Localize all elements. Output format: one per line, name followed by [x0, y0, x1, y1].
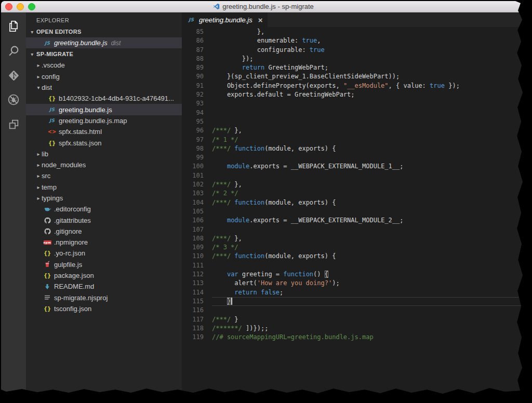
vscode-window: greeting.bundle.js - sp-migrate EXPLORER…	[1, 1, 526, 397]
line-number: 96	[182, 126, 204, 135]
code-line[interactable]: 111	[182, 261, 526, 270]
code-line[interactable]: 106 module.exports = __WEBPACK_EXTERNAL_…	[182, 216, 526, 225]
line-content[interactable]: module.exports = __WEBPACK_EXTERNAL_MODU…	[212, 163, 403, 170]
tree-item[interactable]: {}tsconfig.json	[26, 303, 182, 314]
tree-item-label: .gitignore	[54, 227, 82, 235]
code-line[interactable]: 107	[182, 225, 526, 234]
line-content[interactable]: var greeting = function() {	[212, 271, 328, 278]
line-content[interactable]: /******/ ])});;	[212, 325, 268, 332]
tree-item[interactable]: ▸typings	[26, 193, 182, 204]
tree-item[interactable]: JSgreeting.bundle.js.map	[26, 115, 182, 126]
line-content[interactable]: /***/ },	[212, 181, 242, 188]
code-line[interactable]: 109/* 3 */	[182, 243, 526, 252]
code-line[interactable]: 86 enumerable: true,	[182, 36, 526, 45]
line-content[interactable]: }	[212, 298, 232, 305]
code-line[interactable]: 110/***/ function(module, exports) {	[182, 252, 526, 261]
line-content[interactable]: return false;	[212, 289, 283, 296]
code-line[interactable]: 119//# sourceMappingURL=greeting.bundle.…	[182, 333, 526, 342]
line-content[interactable]: alert('How are you doing?');	[212, 279, 340, 287]
code-line[interactable]: 95	[182, 117, 526, 126]
open-editors-header[interactable]: ▾OPEN EDITORS	[26, 26, 182, 37]
folder-section-header[interactable]: ▾SP-MIGRATE	[26, 48, 182, 60]
code-line[interactable]: 100 module.exports = __WEBPACK_EXTERNAL_…	[182, 162, 526, 171]
line-content[interactable]: return GreetingWebPart;	[212, 64, 328, 71]
code-line[interactable]: 115 }	[182, 297, 526, 306]
line-content[interactable]: /***/ function(module, exports) {	[212, 145, 336, 152]
tree-item[interactable]: JSgreeting.bundle.js	[26, 104, 182, 115]
code-line[interactable]: 94	[182, 109, 526, 117]
line-content[interactable]: /***/ function(module, exports) {	[212, 199, 336, 206]
code-line[interactable]: 99	[182, 153, 526, 162]
tree-item[interactable]: sp-migrate.njsproj	[26, 292, 182, 303]
code-line[interactable]: 116	[182, 306, 526, 315]
code-line[interactable]: 93	[182, 99, 526, 108]
tree-item[interactable]: .editorconfig	[26, 204, 182, 214]
tree-item[interactable]: README.md	[26, 281, 182, 292]
code-line[interactable]: 98/***/ function(module, exports) {	[182, 144, 526, 153]
code-line[interactable]: 112 var greeting = function() {	[182, 270, 526, 279]
line-content[interactable]: /* 3 */	[212, 244, 238, 251]
tree-item[interactable]: ▸src	[26, 170, 182, 181]
tree-item[interactable]: {}b1402932-1cb4-4db4-931c-a476491...	[26, 93, 182, 104]
line-number: 93	[182, 99, 204, 108]
code-line[interactable]: 108/***/ },	[182, 234, 526, 243]
source-control-icon[interactable]	[7, 69, 20, 82]
code-line[interactable]: 113 alert('How are you doing?');	[182, 279, 526, 288]
tree-item[interactable]: ▸node_modules	[26, 159, 182, 170]
code-line[interactable]: 88 });	[182, 55, 526, 63]
search-icon[interactable]	[7, 44, 20, 58]
tree-item[interactable]: {}.yo-rc.json	[26, 248, 182, 259]
code-line[interactable]: 102/***/ },	[182, 180, 526, 189]
code-line[interactable]: 104/***/ function(module, exports) {	[182, 198, 526, 207]
tree-item[interactable]: ▾dist	[26, 82, 182, 93]
code-line[interactable]: 92 exports.default = GreetingWebPart;	[182, 90, 526, 99]
tree-item[interactable]: ▸.vscode	[26, 60, 182, 71]
tree-item[interactable]: {}spfx.stats.json	[26, 137, 182, 148]
code-line[interactable]: 103/* 2 */	[182, 189, 526, 198]
tree-item[interactable]: gulpfile.js	[26, 259, 182, 270]
tree-item[interactable]: {}package.json	[26, 270, 182, 281]
line-content[interactable]: }(sp_client_preview_1.BaseClientSideWebP…	[212, 73, 400, 80]
code-line[interactable]: 101	[182, 171, 526, 180]
code-line[interactable]: 87 configurable: true	[182, 46, 526, 55]
line-content[interactable]: /* 2 */	[212, 190, 238, 197]
code-editor[interactable]: 85 },86 enumerable: true,87 configurable…	[182, 27, 526, 397]
line-content[interactable]: configurable: true	[212, 46, 325, 53]
code-line[interactable]: 97/* 1 */	[182, 136, 526, 144]
tree-item[interactable]: <>spfx.stats.html	[26, 126, 182, 137]
code-line[interactable]: 117/***/ }	[182, 315, 526, 324]
line-content[interactable]: /* 1 */	[212, 136, 238, 143]
line-content[interactable]: Object.defineProperty(exports, "__esModu…	[212, 82, 460, 89]
code-line[interactable]: 85 },	[182, 28, 526, 36]
code-line[interactable]: 89 return GreetingWebPart;	[182, 63, 526, 72]
debug-icon[interactable]	[7, 93, 20, 106]
code-line[interactable]: 105	[182, 207, 526, 216]
line-content[interactable]: });	[212, 55, 253, 62]
tree-item[interactable]: npm.npmignore	[26, 237, 182, 248]
line-content[interactable]: module.exports = __WEBPACK_EXTERNAL_MODU…	[212, 217, 403, 224]
tab-greeting-bundle-js[interactable]: JS greeting.bundle.js ×	[182, 12, 268, 27]
line-content[interactable]: exports.default = GreetingWebPart;	[212, 91, 355, 98]
line-content[interactable]: /***/ }	[212, 316, 238, 323]
explorer-icon[interactable]	[7, 20, 20, 33]
line-content[interactable]: //# sourceMappingURL=greeting.bundle.js.…	[212, 333, 374, 341]
line-content[interactable]: /***/ },	[212, 235, 242, 242]
line-content[interactable]: /***/ },	[212, 127, 242, 134]
tree-item[interactable]: .gitignore	[26, 226, 182, 237]
tree-item[interactable]: ▸temp	[26, 182, 182, 193]
code-line[interactable]: 91 Object.defineProperty(exports, "__esM…	[182, 82, 526, 90]
line-content[interactable]: },	[212, 28, 264, 35]
code-line[interactable]: 90 }(sp_client_preview_1.BaseClientSideW…	[182, 72, 526, 81]
line-number: 113	[182, 279, 204, 288]
tree-item[interactable]: ▸config	[26, 71, 182, 82]
extensions-icon[interactable]	[7, 117, 20, 131]
close-icon[interactable]: ×	[258, 16, 263, 24]
tree-item[interactable]: .gitattributes	[26, 214, 182, 225]
line-content[interactable]: enumerable: true,	[212, 37, 321, 44]
code-line[interactable]: 114 return false;	[182, 288, 526, 297]
tree-item[interactable]: ▸lib	[26, 149, 182, 159]
open-editor-item[interactable]: JSgreeting.bundle.jsdist	[26, 37, 182, 48]
line-content[interactable]: /***/ function(module, exports) {	[212, 252, 336, 260]
code-line[interactable]: 96/***/ },	[182, 126, 526, 135]
code-line[interactable]: 118/******/ ])});;	[182, 324, 526, 333]
